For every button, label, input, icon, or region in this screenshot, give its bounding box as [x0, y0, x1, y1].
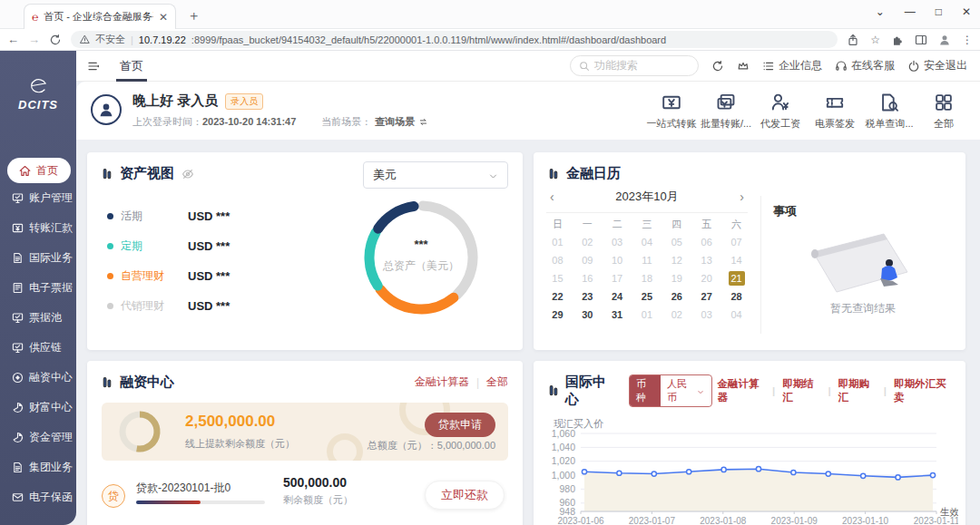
last-login-label: 上次登录时间：	[132, 116, 202, 127]
sidebar-item-4[interactable]: 电子票据	[0, 273, 76, 303]
calendar-day[interactable]: 20	[691, 270, 721, 287]
calendar-day[interactable]: 31	[603, 306, 632, 323]
calendar-day[interactable]: 18	[632, 270, 662, 287]
quick-action-3[interactable]: 电票签发	[808, 87, 862, 131]
calendar-day[interactable]: 17	[603, 270, 632, 287]
sidebar-item-8[interactable]: 财富中心	[0, 393, 76, 423]
profile-avatar-icon[interactable]	[938, 34, 951, 46]
calendar-day[interactable]: 28	[721, 288, 751, 305]
calendar-day[interactable]: 23	[573, 288, 603, 305]
calendar-day[interactable]: 09	[573, 252, 603, 268]
calendar-day[interactable]: 07	[721, 234, 751, 250]
extension-puzzle-icon[interactable]	[891, 34, 904, 46]
user-avatar[interactable]	[91, 94, 122, 125]
sidebar-item-10[interactable]: 集团业务	[0, 452, 76, 482]
sidebar-item-9[interactable]: 资金管理	[0, 423, 76, 452]
currency-chip-select[interactable]: 币种 人民币	[629, 374, 712, 407]
calendar-day[interactable]: 21	[721, 270, 751, 287]
calendar-day[interactable]: 04	[632, 234, 662, 250]
crown-skin-icon[interactable]	[737, 60, 750, 73]
loan-apply-button[interactable]: 贷款申请	[425, 413, 495, 437]
quick-action-5[interactable]: 全部	[916, 87, 971, 131]
calendar-day[interactable]: 10	[603, 252, 632, 268]
sidebar-item-2[interactable]: 转账汇款	[0, 213, 76, 243]
sidebar-item-1[interactable]: 账户管理	[0, 183, 76, 213]
header-tool-0[interactable]: 企业信息	[762, 58, 822, 73]
reload-icon[interactable]	[49, 34, 62, 46]
search-placeholder: 功能搜索	[594, 58, 638, 73]
calendar-day[interactable]: 02	[573, 234, 603, 250]
browser-tab[interactable]: ℮ 首页 - 企业综合金融服务平台 ✕	[24, 4, 176, 29]
window-minimize-icon[interactable]: —	[905, 5, 916, 18]
sidebar-item-0[interactable]: 首页	[7, 158, 71, 183]
collapse-menu-icon[interactable]	[87, 60, 100, 73]
calendar-day[interactable]: 13	[691, 252, 721, 268]
calendar-day[interactable]: 01	[632, 306, 662, 323]
intl-link-2[interactable]: 即期购汇	[838, 377, 877, 404]
eye-toggle-icon[interactable]	[181, 168, 194, 180]
sidebar-item-6[interactable]: 供应链	[0, 333, 76, 363]
url-field[interactable]: 不安全 | 10.7.19.22:8999/fpaas_bucket/94154…	[71, 31, 838, 48]
calendar-day[interactable]: 12	[662, 252, 691, 268]
calendar-day[interactable]: 14	[721, 252, 751, 268]
calendar-prev-icon[interactable]: ‹	[546, 190, 558, 204]
calendar-day[interactable]: 11	[632, 252, 662, 268]
calendar-day[interactable]: 04	[721, 306, 751, 323]
sidebar-item-5[interactable]: 票据池	[0, 303, 76, 333]
pie-icon	[12, 432, 24, 443]
svg-text:2023-01-10: 2023-01-10	[842, 516, 889, 525]
page-tab-home[interactable]: 首页	[120, 51, 143, 82]
new-tab-button[interactable]: ＋	[187, 7, 201, 24]
calendar-day[interactable]: 26	[662, 288, 691, 305]
calendar-day[interactable]: 15	[543, 270, 573, 287]
share-icon[interactable]	[847, 34, 859, 46]
calendar-day[interactable]: 25	[632, 288, 662, 305]
sidebar-item-3[interactable]: 国际业务	[0, 243, 76, 273]
back-icon[interactable]: ←	[7, 33, 19, 46]
calendar-day[interactable]: 24	[603, 288, 632, 305]
quick-action-2[interactable]: 代发工资	[753, 87, 808, 131]
quick-action-1[interactable]: 批量转账/...	[699, 87, 753, 131]
search-icon	[579, 61, 590, 72]
asset-legend-row-0: 活期USD ***	[107, 201, 230, 231]
browser-menu-icon[interactable]: ⋮	[962, 34, 973, 46]
calendar-next-icon[interactable]: ›	[736, 190, 748, 204]
tab-close-icon[interactable]: ✕	[159, 11, 168, 24]
financing-link-0[interactable]: 金融计算器	[415, 374, 469, 390]
header-tool-1[interactable]: 在线客服	[835, 58, 895, 73]
calendar-day[interactable]: 03	[603, 234, 632, 250]
window-dropdown-icon[interactable]: ⌄	[876, 5, 885, 18]
window-maximize-icon[interactable]: □	[936, 5, 942, 18]
header-tool-2[interactable]: 安全退出	[907, 58, 967, 73]
app-root: DCITS 首页账户管理转账汇款国际业务电子票据票据池供应链融资中心财富中心资金…	[0, 51, 980, 525]
intl-link-0[interactable]: 金融计算器	[718, 377, 766, 404]
calendar-day[interactable]: 19	[662, 270, 691, 287]
window-close-icon[interactable]: ✕	[962, 5, 971, 18]
calendar-day[interactable]: 01	[543, 234, 573, 250]
forward-icon[interactable]: →	[28, 33, 40, 46]
calendar-day[interactable]: 06	[691, 234, 721, 250]
calendar-day[interactable]: 08	[543, 252, 573, 268]
sidebar-item-11[interactable]: 电子保函	[0, 482, 76, 512]
calendar-day[interactable]: 30	[573, 306, 603, 323]
bookmark-star-icon[interactable]: ☆	[870, 34, 880, 46]
calendar-day[interactable]: 03	[691, 306, 721, 323]
refresh-icon[interactable]	[711, 60, 724, 73]
quick-action-4[interactable]: 税单查询...	[862, 87, 916, 131]
quick-action-0[interactable]: 一站式转账	[644, 87, 699, 131]
scene-swap-icon[interactable]	[418, 117, 428, 127]
calendar-day[interactable]: 22	[543, 288, 573, 305]
docsearch-icon	[879, 92, 899, 112]
calendar-day[interactable]: 27	[691, 288, 721, 305]
calendar-day[interactable]: 29	[543, 306, 573, 323]
side-panel-icon[interactable]	[915, 34, 927, 46]
repay-now-button[interactable]: 立即还款	[425, 481, 505, 510]
sidebar-item-7[interactable]: 融资中心	[0, 363, 76, 393]
calendar-day[interactable]: 02	[662, 306, 691, 323]
function-search-input[interactable]: 功能搜索	[570, 55, 699, 76]
calendar-day[interactable]: 05	[662, 234, 691, 250]
calendar-day[interactable]: 16	[573, 270, 603, 287]
intl-link-1[interactable]: 即期结汇	[782, 377, 820, 404]
financing-link-1[interactable]: 全部	[486, 374, 508, 390]
intl-link-3[interactable]: 即期外汇买卖	[894, 377, 951, 404]
